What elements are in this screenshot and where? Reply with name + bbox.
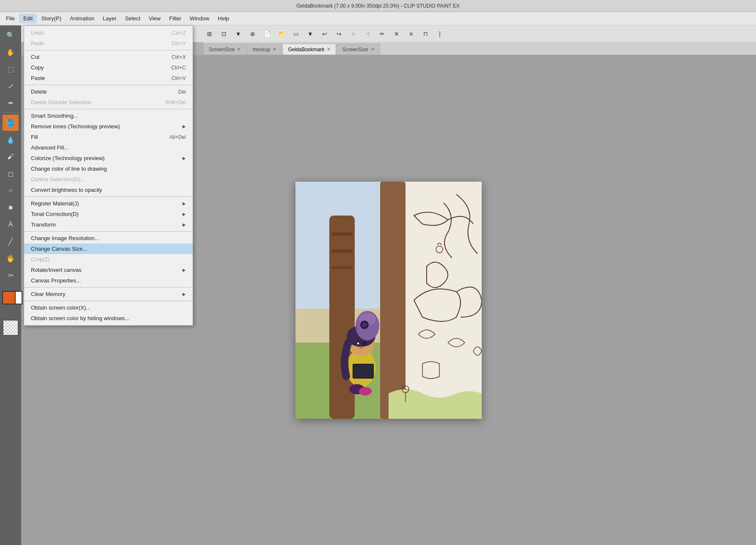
menu-item-help[interactable]: Help [214, 14, 234, 23]
color-swatch-fg[interactable] [2, 291, 16, 304]
menu-item-copy[interactable]: CopyCtrl+C [24, 62, 193, 73]
edit-dropdown-menu: UndoCtrl+ZRedoCtrl+YCutCtrl+XCopyCtrl+CP… [24, 25, 193, 326]
menu-row-shortcut: Ctrl+C [171, 65, 186, 71]
menu-row-label: Advanced Fill... [31, 144, 186, 151]
menu-item-colorize-technology-preview-[interactable]: Colorize (Technology preview)▶ [24, 153, 193, 163]
menu-row-label: Tonal Correction(D) [31, 211, 179, 217]
menu-row-label: Convert brightness to opacity [31, 187, 186, 193]
tool-pen[interactable]: ✒ [3, 95, 19, 111]
tool-select[interactable]: ⬚ [3, 61, 19, 77]
menu-item-convert-brightness-to-opacity[interactable]: Convert brightness to opacity [24, 185, 193, 195]
menu-item-delete-outside-selection: Delete Outside SelectionShift+Del [24, 97, 193, 108]
menu-row-label: Rotate/Invert canvas [31, 267, 179, 273]
tool-zoom[interactable]: 🔍 [3, 27, 19, 43]
menu-row-label: Colorize (Technology preview) [31, 155, 179, 161]
menu-item-rotate-invert-canvas[interactable]: Rotate/Invert canvas▶ [24, 265, 193, 275]
menu-item-change-color-of-line-to-drawing[interactable]: Change color of line to drawing [24, 163, 193, 174]
menu-row-label: Change color of line to drawing [31, 166, 186, 172]
menu-row-shortcut: Alt+Del [169, 134, 186, 140]
svg-rect-6 [331, 249, 353, 253]
menu-row-label: Undo [31, 30, 163, 36]
menu-row-label: Canvas Properties... [31, 277, 186, 284]
toolbar-pen-btn[interactable]: ✏ [376, 28, 389, 40]
toolbar-redo-btn[interactable]: ↪ [333, 28, 345, 40]
tool-text[interactable]: A [3, 216, 19, 232]
toolbar-arrow-btn[interactable]: ▼ [232, 28, 245, 40]
tab-close-btn[interactable]: ✕ [371, 47, 375, 52]
menu-row-label: Paste [31, 75, 163, 81]
menu-item-redo: RedoCtrl+Y [24, 38, 193, 49]
tab-screensize-3[interactable]: ScreenSize✕ [337, 44, 380, 55]
menu-item-filter[interactable]: Filter [165, 14, 185, 23]
menu-item-smart-smoothing-[interactable]: Smart Smoothing... [24, 111, 193, 121]
menu-item-edit[interactable]: Edit [19, 14, 37, 23]
tab-geldabookmark-2[interactable]: GeldaBookmark✕ [282, 44, 336, 55]
menu-item-obtain-screen-color-x-[interactable]: Obtain screen color(X)... [24, 302, 193, 313]
menu-item-select[interactable]: Select [121, 14, 144, 23]
menu-item-story[interactable]: Story(P) [37, 14, 66, 23]
toolbar-new-btn[interactable]: 📄 [261, 28, 273, 40]
menu-divider-18 [24, 196, 193, 197]
tool-cut[interactable]: ✂ [3, 267, 19, 283]
menu-row-label: Redo [31, 40, 163, 47]
tab-close-btn[interactable]: ✕ [273, 47, 276, 52]
tab-mockup-1[interactable]: mockup✕ [247, 44, 282, 55]
menu-row-label: Crop(Z) [31, 256, 186, 263]
toolbar-cursor-btn[interactable]: ⊡ [218, 28, 230, 40]
menu-divider-2 [24, 50, 193, 50]
menu-row-label: Change Image Resolution... [31, 235, 186, 241]
tool-transform[interactable]: ⤢ [3, 78, 19, 94]
tab-close-btn[interactable]: ✕ [237, 47, 241, 52]
toolbar-dots-btn[interactable]: ⁘ [347, 28, 360, 40]
menu-item-file[interactable]: File [2, 14, 19, 23]
toolbar-dropdown-btn[interactable]: ▼ [304, 28, 317, 40]
toolbar-link-btn[interactable]: ⊕ [246, 28, 259, 40]
menu-item-obtain-screen-color-by-hiding-windows-[interactable]: Obtain screen color by hiding windows... [24, 313, 193, 324]
svg-rect-17 [353, 365, 373, 378]
menu-item-animation[interactable]: Animation [66, 14, 99, 23]
tool-shape[interactable]: ○ [3, 183, 19, 199]
tool-rect2[interactable]: ■ [3, 199, 19, 216]
menu-item-register-material-j-[interactable]: Register Material(J)▶ [24, 198, 193, 209]
toolbar-lines-btn[interactable]: ≡ [405, 28, 417, 40]
tab-screensize-0[interactable]: ScreenSize✕ [203, 44, 246, 55]
menu-item-transform[interactable]: Transform▶ [24, 219, 193, 230]
tool-paint[interactable]: 🪣 [3, 115, 19, 131]
menu-item-remove-tones-technology-preview-[interactable]: Remove tones (Technology preview)▶ [24, 121, 193, 132]
menu-item-paste[interactable]: PasteCtrl+V [24, 73, 193, 83]
toolbar-cross-btn[interactable]: ✕ [390, 28, 403, 40]
tool-line[interactable]: ╱ [3, 233, 19, 249]
toolbar-folder-btn[interactable]: 📁 [275, 28, 288, 40]
tool-transparent[interactable] [3, 320, 19, 336]
tool-eraser[interactable]: ◻ [3, 166, 19, 182]
menu-item-window[interactable]: Window [185, 14, 213, 23]
menu-item-fill[interactable]: FillAlt+Del [24, 132, 193, 142]
tool-brush[interactable]: 🖌 [3, 149, 19, 165]
menu-item-delete[interactable]: DeleteDel [24, 86, 193, 97]
menu-item-view[interactable]: View [145, 14, 165, 23]
toolbar-grid-btn[interactable]: ⊞ [203, 28, 216, 40]
tab-close-btn[interactable]: ✕ [327, 47, 331, 52]
menu-divider-9 [24, 109, 193, 109]
menu-item-change-image-resolution-[interactable]: Change Image Resolution... [24, 233, 193, 243]
toolbar-dots2-btn[interactable]: ⁖ [361, 28, 374, 40]
toolbar-last-btn[interactable]: | [433, 28, 446, 40]
menu-row-label: Transform [31, 221, 179, 228]
menu-item-change-canvas-size-[interactable]: Change Canvas Size... [24, 243, 193, 254]
menu-item-tonal-correction-d-[interactable]: Tonal Correction(D)▶ [24, 209, 193, 219]
menu-divider-22 [24, 231, 193, 232]
toolbar-extra-btn[interactable]: ⊓ [419, 28, 432, 40]
menu-row-label: Delete Outside Selection [31, 99, 157, 105]
tool-eyedropper[interactable]: 💧 [3, 132, 19, 148]
submenu-arrow-icon: ▶ [182, 201, 186, 206]
submenu-arrow-icon: ▶ [182, 156, 186, 160]
tool-move[interactable]: ✋ [3, 44, 19, 60]
tool-hand2[interactable]: 🖐 [3, 250, 19, 266]
menu-item-cut[interactable]: CutCtrl+X [24, 52, 193, 62]
menu-item-advanced-fill-[interactable]: Advanced Fill... [24, 142, 193, 153]
menu-item-canvas-properties-[interactable]: Canvas Properties... [24, 275, 193, 286]
toolbar-undo-btn[interactable]: ↩ [318, 28, 331, 40]
menu-item-layer[interactable]: Layer [99, 14, 121, 23]
menu-item-clear-memory[interactable]: Clear Memory▶ [24, 289, 193, 299]
toolbar-rect-btn[interactable]: ▭ [290, 28, 302, 40]
